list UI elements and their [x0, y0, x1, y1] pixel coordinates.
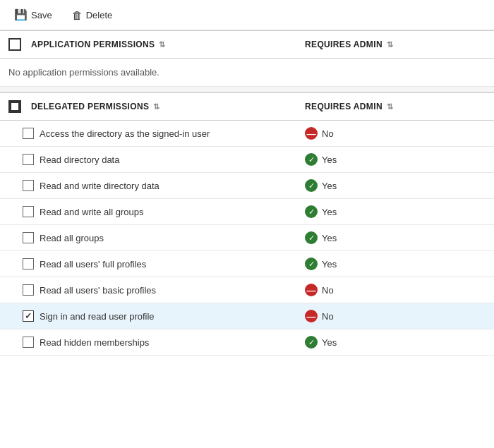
permission-label-3: Read and write directory data [40, 181, 159, 191]
delegated-permission-col-header: DELEGATED PERMISSIONS ⇅ [0, 93, 296, 121]
admin-cell-5: Yes [296, 225, 494, 251]
permission-label-5: Read all groups [40, 233, 104, 243]
delete-icon: 🗑 [72, 9, 83, 21]
admin-value-1: No [322, 128, 334, 139]
admin-value-5: Yes [322, 233, 337, 243]
permission-label-1: Access the directory as the signed-in us… [40, 128, 210, 139]
app-select-all-checkbox[interactable] [8, 38, 21, 51]
permission-label-6: Read all users' full profiles [40, 259, 146, 270]
row-checkbox-8[interactable] [23, 310, 34, 322]
app-permissions-table: APPLICATION PERMISSIONS ⇅ REQUIRES ADMIN… [0, 30, 494, 87]
permission-label-4: Read and write all groups [40, 207, 143, 217]
app-permissions-label: APPLICATION PERMISSIONS [31, 40, 155, 49]
admin-cell-6: Yes [296, 251, 494, 277]
row-checkbox-4[interactable] [23, 206, 34, 217]
permission-cell-7: Read all users' basic profiles [0, 277, 296, 303]
app-permission-sort-icon[interactable]: ⇅ [159, 40, 165, 49]
status-icon-6 [305, 258, 318, 270]
table-row: Read and write all groups Yes [0, 199, 494, 225]
delete-label: Delete [86, 10, 113, 20]
admin-value-2: Yes [322, 155, 337, 165]
row-checkbox-7[interactable] [23, 284, 34, 296]
table-row: Sign in and read user profile No [0, 303, 494, 329]
delegated-admin-sort-icon[interactable]: ⇅ [387, 102, 393, 111]
app-admin-sort-icon[interactable]: ⇅ [387, 40, 393, 49]
admin-value-6: Yes [322, 259, 337, 270]
status-icon-5 [305, 231, 318, 244]
save-button[interactable]: 💾 Save [11, 7, 55, 23]
row-checkbox-3[interactable] [23, 180, 34, 191]
status-icon-9 [305, 336, 318, 349]
section-divider [0, 87, 494, 92]
row-checkbox-5[interactable] [23, 232, 34, 243]
admin-cell-1: No [296, 121, 494, 147]
delegated-permission-sort-icon[interactable]: ⇅ [153, 102, 159, 111]
admin-value-9: Yes [322, 337, 337, 348]
admin-cell-3: Yes [296, 173, 494, 199]
delegated-select-all-checkbox[interactable] [8, 100, 21, 113]
delegated-admin-col-header: REQUIRES ADMIN ⇅ [296, 93, 494, 121]
status-icon-2 [305, 153, 318, 166]
admin-cell-8: No [296, 303, 494, 329]
permission-label-2: Read directory data [40, 155, 119, 165]
save-icon: 💾 [14, 8, 28, 21]
row-checkbox-2[interactable] [23, 154, 34, 165]
table-row: Access the directory as the signed-in us… [0, 121, 494, 147]
permission-cell-9: Read hidden memberships [0, 329, 296, 356]
permission-cell-1: Access the directory as the signed-in us… [0, 121, 296, 147]
permission-label-9: Read hidden memberships [40, 337, 149, 348]
row-checkbox-6[interactable] [23, 258, 34, 270]
admin-cell-9: Yes [296, 329, 494, 356]
permission-label-7: Read all users' basic profiles [40, 285, 156, 296]
delegated-permissions-header-row: DELEGATED PERMISSIONS ⇅ REQUIRES ADMIN ⇅ [0, 93, 494, 121]
app-no-permissions-row: No application permissions available. [0, 59, 494, 87]
status-icon-7 [305, 284, 318, 296]
permissions-table-wrapper: APPLICATION PERMISSIONS ⇅ REQUIRES ADMIN… [0, 30, 494, 356]
row-checkbox-1[interactable] [23, 128, 34, 139]
status-icon-8 [305, 310, 318, 322]
app-permission-col-header: APPLICATION PERMISSIONS ⇅ [0, 31, 296, 59]
admin-value-7: No [322, 285, 334, 296]
permission-cell-2: Read directory data [0, 147, 296, 173]
table-row: Read and write directory data Yes [0, 173, 494, 199]
permission-cell-4: Read and write all groups [0, 199, 296, 225]
permission-cell-5: Read all groups [0, 225, 296, 251]
table-row: Read all users' basic profiles No [0, 277, 494, 303]
save-label: Save [31, 10, 52, 20]
permission-cell-3: Read and write directory data [0, 173, 296, 199]
admin-cell-2: Yes [296, 147, 494, 173]
admin-value-4: Yes [322, 207, 337, 217]
delete-button[interactable]: 🗑 Delete [69, 8, 116, 23]
app-no-permissions-message: No application permissions available. [0, 59, 494, 87]
app-admin-label: REQUIRES ADMIN [305, 40, 382, 49]
table-row: Read all users' full profiles Yes [0, 251, 494, 277]
app-admin-col-header: REQUIRES ADMIN ⇅ [296, 31, 494, 59]
status-icon-4 [305, 205, 318, 218]
permission-cell-6: Read all users' full profiles [0, 251, 296, 277]
delegated-permissions-label: DELEGATED PERMISSIONS [31, 102, 149, 111]
table-row: Read directory data Yes [0, 147, 494, 173]
row-checkbox-9[interactable] [23, 337, 34, 348]
status-icon-3 [305, 179, 318, 192]
app-permissions-header-row: APPLICATION PERMISSIONS ⇅ REQUIRES ADMIN… [0, 31, 494, 59]
permission-cell-8: Sign in and read user profile [0, 303, 296, 329]
permission-label-8: Sign in and read user profile [40, 311, 155, 322]
admin-value-3: Yes [322, 181, 337, 191]
admin-cell-4: Yes [296, 199, 494, 225]
delegated-permissions-table: DELEGATED PERMISSIONS ⇅ REQUIRES ADMIN ⇅… [0, 92, 494, 356]
admin-cell-7: No [296, 277, 494, 303]
toolbar: 💾 Save 🗑 Delete [0, 0, 494, 30]
admin-value-8: No [322, 311, 334, 322]
table-row: Read hidden memberships Yes [0, 329, 494, 356]
status-icon-1 [305, 127, 318, 140]
delegated-admin-label: REQUIRES ADMIN [305, 102, 382, 111]
table-row: Read all groups Yes [0, 225, 494, 251]
